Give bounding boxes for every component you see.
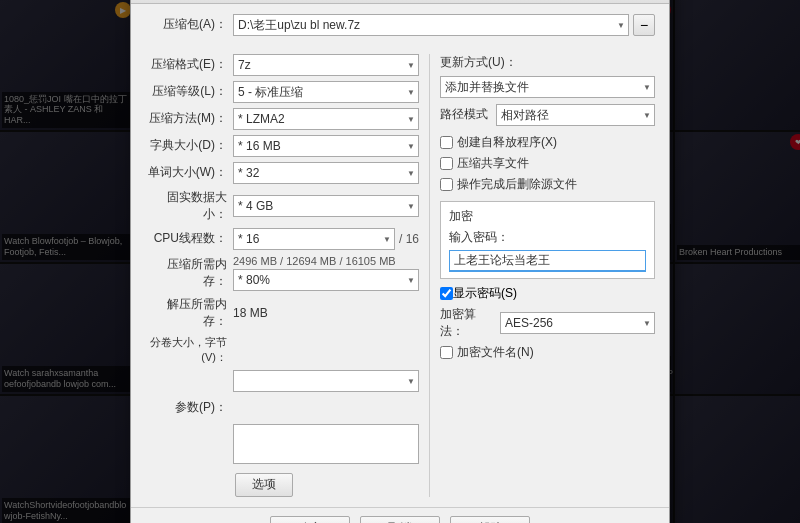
archive-row: 压缩包(A)： D:\老王up\zu bl new.7z − [145, 14, 655, 36]
dict-label: 字典大小(D)： [145, 137, 233, 154]
method-row: 压缩方法(M)： * LZMA2 [145, 108, 419, 130]
archive-label: 压缩包(A)： [145, 16, 233, 33]
encrypt-filename-row: 加密文件名(N) [440, 344, 655, 361]
archive-select[interactable]: D:\老王up\zu bl new.7z [233, 14, 629, 36]
dict-select[interactable]: * 16 MB [233, 135, 419, 157]
decompress-mem-value: 18 MB [233, 306, 268, 320]
solid-row: 固实数据大小： * 4 GB [145, 189, 419, 223]
split-input-row [145, 370, 419, 392]
cpu-total: / 16 [399, 232, 419, 246]
encrypt-filename-label[interactable]: 加密文件名(N) [457, 344, 534, 361]
opt3-row: 操作完成后删除源文件 [440, 176, 655, 193]
show-password-checkbox[interactable] [440, 287, 453, 300]
dict-control: * 16 MB [233, 135, 419, 157]
level-label: 压缩等级(L)： [145, 83, 233, 100]
show-password-label[interactable]: 显示密码(S) [453, 285, 517, 302]
archive-section: 压缩包(A)： D:\老王up\zu bl new.7z − [145, 14, 655, 46]
decompress-mem-row: 解压所需内存： 18 MB [145, 296, 419, 330]
archive-minus-button[interactable]: − [633, 14, 655, 36]
input-pwd-label: 输入密码： [449, 229, 646, 246]
word-select[interactable]: * 32 [233, 162, 419, 184]
password-input[interactable] [449, 250, 646, 272]
algo-select[interactable]: AES-256 [500, 312, 655, 334]
method-control: * LZMA2 [233, 108, 419, 130]
dialog: 添加到压缩包 ✕ 压缩包(A)： D:\老王up\zu bl new.7z − [130, 0, 670, 523]
params-input-row [145, 424, 419, 464]
modal-overlay: 添加到压缩包 ✕ 压缩包(A)： D:\老王up\zu bl new.7z − [0, 0, 800, 523]
cpu-select[interactable]: * 16 [233, 228, 395, 250]
compress-mem-row: 压缩所需内存： 2496 MB / 12694 MB / 16105 MB * … [145, 255, 419, 291]
dialog-footer: 确定 取消 帮助 [131, 507, 669, 524]
method-label: 压缩方法(M)： [145, 110, 233, 127]
level-select[interactable]: 5 - 标准压缩 [233, 81, 419, 103]
encrypt-filename-checkbox[interactable] [440, 346, 453, 359]
format-label: 压缩格式(E)： [145, 56, 233, 73]
cancel-button[interactable]: 取消 [360, 516, 440, 524]
solid-select[interactable]: * 4 GB [233, 195, 419, 217]
decompress-mem-label: 解压所需内存： [145, 296, 233, 330]
options-button[interactable]: 选项 [235, 473, 293, 497]
opt1-checkbox[interactable] [440, 136, 453, 149]
compress-mem-select[interactable]: * 80% [233, 269, 419, 291]
dialog-body: 压缩包(A)： D:\老王up\zu bl new.7z − [131, 4, 669, 507]
algo-row: 加密算法： AES-256 [440, 306, 655, 340]
help-button[interactable]: 帮助 [450, 516, 530, 524]
cpu-control: * 16 / 16 [233, 228, 419, 250]
solid-label: 固实数据大小： [145, 189, 233, 223]
level-control: 5 - 标准压缩 [233, 81, 419, 103]
encrypt-section: 加密 输入密码： [440, 201, 655, 279]
level-row: 压缩等级(L)： 5 - 标准压缩 [145, 81, 419, 103]
format-select[interactable]: 7z [233, 54, 419, 76]
update-select[interactable]: 添加并替换文件 [440, 76, 655, 98]
format-row: 压缩格式(E)： 7z [145, 54, 419, 76]
update-label: 更新方式(U)： [440, 54, 517, 71]
compress-mem-info: 2496 MB / 12694 MB / 16105 MB [233, 255, 396, 267]
update-section: 更新方式(U)： [440, 54, 655, 71]
word-label: 单词大小(W)： [145, 164, 233, 181]
word-control: * 32 [233, 162, 419, 184]
options-group: 创建自释放程序(X) 压缩共享文件 操作完成后删除源文件 [440, 134, 655, 193]
path-mode-row: 路径模式 相对路径 [440, 104, 655, 126]
method-select[interactable]: * LZMA2 [233, 108, 419, 130]
cpu-label: CPU线程数： [145, 230, 233, 247]
solid-control: * 4 GB [233, 195, 419, 217]
opt1-row: 创建自释放程序(X) [440, 134, 655, 151]
params-label-row: 参数(P)： [145, 397, 419, 419]
opt1-label[interactable]: 创建自释放程序(X) [457, 134, 557, 151]
show-password-row: 显示密码(S) [440, 285, 655, 302]
split-label: 分卷大小，字节(V)： [145, 335, 233, 365]
split-control [233, 370, 419, 392]
format-control: 7z [233, 54, 419, 76]
opt2-label[interactable]: 压缩共享文件 [457, 155, 529, 172]
ok-button[interactable]: 确定 [270, 516, 350, 524]
compress-mem-label: 压缩所需内存： [145, 256, 233, 290]
dialog-columns: 压缩格式(E)： 7z 压缩等级(L)： [145, 54, 655, 497]
archive-input-group: D:\老王up\zu bl new.7z − [233, 14, 655, 36]
right-column: 更新方式(U)： 添加并替换文件 路径模式 [440, 54, 655, 497]
dict-row: 字典大小(D)： * 16 MB [145, 135, 419, 157]
left-column: 压缩格式(E)： 7z 压缩等级(L)： [145, 54, 430, 497]
algo-label: 加密算法： [440, 306, 492, 340]
decompress-mem-control: 18 MB [233, 306, 419, 320]
path-mode-label: 路径模式 [440, 106, 488, 123]
split-row: 分卷大小，字节(V)： [145, 335, 419, 365]
params-input[interactable] [233, 424, 419, 464]
word-row: 单词大小(W)： * 32 [145, 162, 419, 184]
params-label: 参数(P)： [145, 399, 233, 416]
opt3-checkbox[interactable] [440, 178, 453, 191]
compress-mem-control: 2496 MB / 12694 MB / 16105 MB * 80% [233, 255, 419, 291]
opt2-row: 压缩共享文件 [440, 155, 655, 172]
split-select[interactable] [233, 370, 419, 392]
params-control [233, 424, 419, 464]
cpu-row: CPU线程数： * 16 / 16 [145, 228, 419, 250]
opt3-label[interactable]: 操作完成后删除源文件 [457, 176, 577, 193]
opt2-checkbox[interactable] [440, 157, 453, 170]
path-mode-select[interactable]: 相对路径 [496, 104, 655, 126]
encrypt-title: 加密 [449, 208, 646, 225]
